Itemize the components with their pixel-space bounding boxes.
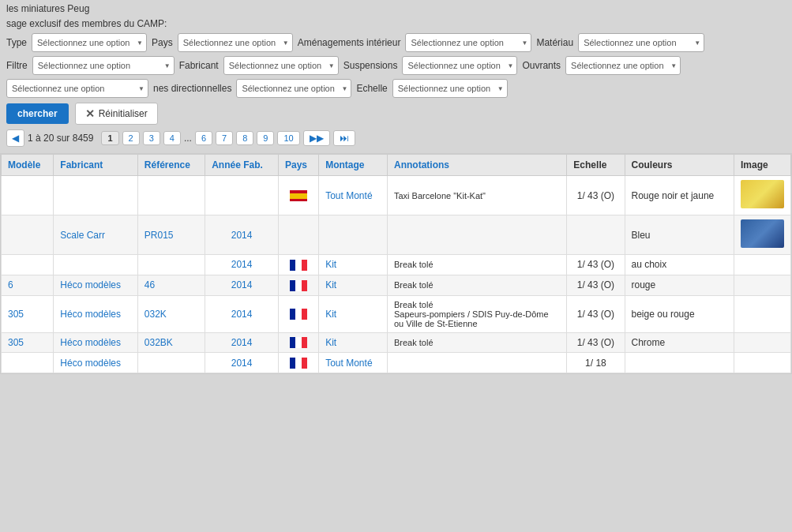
type-select-wrapper: Sélectionnez une option	[32, 33, 147, 52]
sub-select[interactable]: Sélectionnez une option	[236, 79, 351, 98]
cell-echelle: 1/ 43 (O)	[567, 275, 625, 295]
flag-france	[290, 337, 307, 348]
cell-pays	[279, 215, 319, 255]
page-wrapper: les miniatures Peug sage exclusif des me…	[0, 0, 792, 532]
flag-france	[290, 260, 307, 271]
cell-annee	[205, 176, 279, 215]
cell-annotations	[388, 215, 567, 255]
echelle-select[interactable]: Sélectionnez une option	[392, 79, 508, 98]
prev-button[interactable]: ◀	[6, 129, 24, 147]
page-ellipsis: ...	[184, 133, 192, 144]
search-button[interactable]: chercher	[6, 103, 69, 124]
cell-pays	[279, 295, 319, 332]
page-btn-10[interactable]: 10	[277, 131, 299, 145]
cell-echelle: 1/ 18	[567, 353, 625, 373]
page-btn-2[interactable]: 2	[122, 131, 140, 145]
cell-image	[734, 255, 791, 275]
cell-annee: 2014	[205, 215, 279, 255]
cell-annotations: Break tolé	[388, 275, 567, 295]
cell-reference: PR015	[137, 215, 205, 255]
ouvrants-select-wrapper: Sélectionnez une option	[565, 56, 681, 75]
col-header-montage: Montage	[319, 155, 388, 176]
cell-image	[734, 176, 791, 215]
cell-fabricant: Héco modèles	[54, 295, 138, 332]
type-label: Type	[6, 37, 27, 48]
pays-label: Pays	[152, 37, 173, 48]
table-header-row: Modèle Fabricant Référence Année Fab. Pa…	[2, 155, 791, 176]
cell-couleurs: Chrome	[625, 332, 734, 353]
cell-reference: 032BK	[137, 332, 205, 353]
cell-montage: Kit	[319, 275, 388, 295]
cell-annee: 2014	[205, 275, 279, 295]
materiau-label: Matériau	[536, 37, 573, 48]
directionnelles-select-wrapper: Sélectionnez une option	[6, 79, 148, 98]
type-select[interactable]: Sélectionnez une option	[32, 33, 147, 52]
reset-label: Réinitialiser	[99, 108, 148, 119]
cell-reference	[137, 176, 205, 215]
cell-annee: 2014	[205, 255, 279, 275]
cell-montage: Tout Monté	[319, 176, 388, 215]
ouvrants-select[interactable]: Sélectionnez une option	[565, 56, 681, 75]
reset-button[interactable]: ✕ Réinitialiser	[75, 103, 158, 125]
table-row: Héco modèles2014Tout Monté1/ 18	[2, 353, 791, 373]
cell-modele	[2, 176, 54, 215]
page-btn-6[interactable]: 6	[195, 131, 212, 145]
heading-row: les miniatures Peug	[6, 3, 786, 14]
pays-select[interactable]: Sélectionnez une option	[178, 33, 293, 52]
page-btn-4[interactable]: 4	[163, 131, 181, 145]
flag-france	[290, 280, 307, 291]
cell-pays	[279, 332, 319, 353]
amenagements-select-wrapper: Sélectionnez une option	[405, 33, 531, 52]
cell-annee: 2014	[205, 295, 279, 332]
partial-heading2: sage exclusif des membres du CAMP:	[6, 18, 167, 29]
cell-image	[734, 275, 791, 295]
cell-reference	[137, 255, 205, 275]
col-header-fabricant: Fabricant	[54, 155, 138, 176]
cell-fabricant	[54, 255, 138, 275]
cell-montage: Kit	[319, 255, 388, 275]
page-btn-8[interactable]: 8	[236, 131, 253, 145]
page-btn-3[interactable]: 3	[143, 131, 160, 145]
cell-montage: Tout Monté	[319, 353, 388, 373]
amenagements-select[interactable]: Sélectionnez une option	[405, 33, 531, 52]
next-fast-button[interactable]: ▶▶	[303, 130, 330, 146]
cell-echelle: 1/ 43 (O)	[567, 255, 625, 275]
directionnelles-select[interactable]: Sélectionnez une option	[6, 79, 148, 98]
filtre-select-wrapper: Sélectionnez une option	[32, 56, 175, 75]
page-btn-1[interactable]: 1	[101, 131, 118, 145]
flag-france	[290, 309, 307, 320]
materiau-select-wrapper: Sélectionnez une option	[578, 33, 704, 52]
fabricant-select[interactable]: Sélectionnez une option	[223, 56, 339, 75]
cell-annotations: Break toléSapeurs-pompiers / SDIS Puy-de…	[388, 295, 567, 332]
cell-fabricant	[54, 176, 138, 215]
table-row: 305Héco modèles032K2014KitBreak toléSape…	[2, 295, 791, 332]
results-table: Modèle Fabricant Référence Année Fab. Pa…	[1, 154, 791, 373]
suspensions-select[interactable]: Sélectionnez une option	[402, 56, 517, 75]
filtre-select[interactable]: Sélectionnez une option	[32, 56, 175, 75]
cell-reference	[137, 353, 205, 373]
cell-image	[734, 353, 791, 373]
col-header-couleurs: Couleurs	[625, 155, 734, 176]
filter-row-1: Type Sélectionnez une option Pays Sélect…	[6, 33, 786, 52]
echelle-label: Echelle	[356, 83, 387, 94]
materiau-select[interactable]: Sélectionnez une option	[578, 33, 704, 52]
cell-pays	[279, 353, 319, 373]
page-btn-9[interactable]: 9	[257, 131, 274, 145]
cell-montage: Kit	[319, 332, 388, 353]
cell-modele: 305	[2, 295, 54, 332]
cell-modele	[2, 353, 54, 373]
page-btn-7[interactable]: 7	[216, 131, 233, 145]
ouvrants-label: Ouvrants	[522, 60, 561, 71]
cell-pays	[279, 176, 319, 215]
col-header-image: Image	[734, 155, 791, 176]
cell-echelle	[567, 215, 625, 255]
product-image	[741, 180, 784, 208]
cell-couleurs: rouge	[625, 275, 734, 295]
directionnelles-label: nes directionnelles	[153, 83, 231, 94]
last-button[interactable]: ⏭	[333, 130, 355, 146]
cell-couleurs: au choix	[625, 255, 734, 275]
cell-reference: 032K	[137, 295, 205, 332]
cell-fabricant: Héco modèles	[54, 332, 138, 353]
cell-image	[734, 215, 791, 255]
cell-modele: 6	[2, 275, 54, 295]
